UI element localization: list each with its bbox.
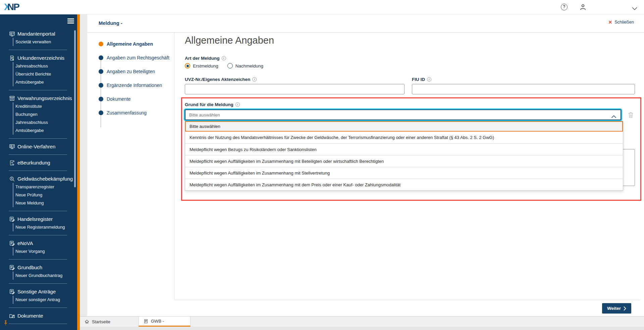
sidebar-scrollbar[interactable] xyxy=(74,30,76,187)
wizard-step-ergänzende-informationen[interactable]: Ergänzende Informationen xyxy=(87,81,174,89)
chevron-down-icon[interactable] xyxy=(632,6,637,9)
sidebar-group-sonstige-anträge[interactable]: Sonstige Anträge xyxy=(0,287,74,296)
sidebar-group-label: Verwahrungsverzeichnis xyxy=(17,95,72,101)
sidebar-group-verwahrungsverzeichnis[interactable]: Verwahrungsverzeichnis xyxy=(0,94,74,102)
sidebar-group-geldwäschebekämpfung[interactable]: $Geldwäschebekämpfung xyxy=(0,175,74,183)
dropdown-option[interactable]: Bitte auswählen xyxy=(185,121,623,132)
info-icon[interactable]: i xyxy=(252,77,257,82)
sidebar-group-mandantenportal[interactable]: Mandantenportal xyxy=(0,30,74,38)
sidebar-group-grundbuch[interactable]: Grundbuch xyxy=(0,263,74,272)
sidebar-group-handelsregister[interactable]: Handelsregister xyxy=(0,215,74,223)
sidebar-item-sozietät-verwalten[interactable]: Sozietät verwalten xyxy=(13,38,74,46)
register-icon xyxy=(9,240,15,246)
panel-title: Meldung - xyxy=(99,20,122,26)
dropdown-option[interactable]: Meldepflicht wegen Auffälligkeiten im Zu… xyxy=(185,167,623,179)
uvz-input[interactable] xyxy=(185,84,405,94)
wizard-step-angaben-zum-rechtsgeschäft[interactable]: Angaben zum Rechtsgeschäft xyxy=(87,54,174,62)
sidebar-group-enova[interactable]: eNoVA xyxy=(0,239,74,247)
wizard-step-dokumente[interactable]: Dokumente xyxy=(87,95,174,103)
sidebar-item-buchungen[interactable]: Buchungen xyxy=(13,110,74,119)
wizard-step-dot xyxy=(99,97,103,101)
sidebar-divider xyxy=(9,171,67,171)
fiu-input[interactable] xyxy=(412,84,635,94)
wizard-step-angaben-zu-beteiligten[interactable]: Angaben zu Beteiligten xyxy=(87,67,174,76)
wizard-step-dot xyxy=(99,42,103,46)
wizard-step-dot xyxy=(99,69,103,74)
id-card-icon xyxy=(9,31,15,37)
user-icon[interactable] xyxy=(579,3,587,11)
radio-unselected-icon[interactable] xyxy=(227,63,233,68)
sidebar-item-übersicht-berichte[interactable]: Übersicht Berichte xyxy=(13,70,74,78)
close-icon: ✕ xyxy=(608,20,612,25)
sidebar-group-online-verfahren[interactable]: Online-Verfahren xyxy=(0,142,74,151)
tab-gwb[interactable]: GWB - xyxy=(139,317,191,327)
logo-np: NP xyxy=(7,2,19,12)
search-money-icon: $ xyxy=(9,176,15,182)
online-icon xyxy=(9,144,15,150)
sidebar-group-label: Online-Verfahren xyxy=(17,144,55,149)
sidebar-group-dokumente[interactable]: Dokumente xyxy=(0,312,74,320)
sidebar-item-amtsübergabe[interactable]: Amtsübergabe xyxy=(13,127,74,135)
wizard-step-label: Angaben zu Beteiligten xyxy=(107,69,155,74)
wizard-step-zusammenfassung[interactable]: Zusammenfassung xyxy=(87,109,174,117)
sidebar-divider xyxy=(9,138,67,139)
sidebar-group-label: eNoVA xyxy=(17,240,33,246)
radio-erstmeldung[interactable]: Erstmeldung xyxy=(185,63,218,68)
home-icon xyxy=(85,319,89,324)
chevron-right-icon xyxy=(624,307,626,311)
wizard-step-dot xyxy=(99,83,103,88)
sidebar-group-ebeurkundung[interactable]: eBeurkundung xyxy=(0,158,74,167)
sidebar-group-label: Mandantenportal xyxy=(17,31,55,37)
sidebar-accent-stripe xyxy=(77,14,80,330)
sidebar-divider xyxy=(9,259,67,260)
wizard-step-label: Zusammenfassung xyxy=(107,110,147,115)
app-root: XNP ? MandantenportalSozietät verwaltenU… xyxy=(0,0,644,330)
wizard-step-allgemeine-angaben[interactable]: Allgemeine Angaben xyxy=(87,40,174,48)
pin-icon[interactable] xyxy=(3,320,9,326)
sidebar-item-neuer-grundbuchantrag[interactable]: Neuer Grundbuchantrag xyxy=(13,272,74,280)
dropdown-option[interactable]: Kenntnis der Nutzung des Mandatsverhältn… xyxy=(185,132,623,143)
info-icon[interactable]: i xyxy=(235,102,240,107)
dropdown-option[interactable]: Meldepflicht wegen Auffälligkeiten im Zu… xyxy=(185,179,623,190)
sidebar-group-label: eBeurkundung xyxy=(17,160,50,166)
help-icon[interactable]: ? xyxy=(561,4,568,10)
sidebar-item-transparenzregister[interactable]: Transparenzregister xyxy=(13,183,74,191)
close-button[interactable]: ✕ Schließen xyxy=(608,19,634,25)
info-icon[interactable]: i xyxy=(427,77,431,82)
dropdown-option[interactable]: Meldepflicht wegen Bezugs zu Risikolände… xyxy=(185,143,623,155)
form-title: Allgemeine Angaben xyxy=(185,35,274,46)
uvz-label: UVZ-Nr./Eigenes Aktenzeicheni xyxy=(185,77,257,82)
sidebar-item-amtsübergabe[interactable]: Amtsübergabe xyxy=(13,78,74,86)
sidebar-item-jahresabschluss[interactable]: Jahresabschluss xyxy=(13,62,74,70)
radio-label: Nachmeldung xyxy=(235,63,263,68)
sidebar-divider xyxy=(9,90,67,90)
radio-nachmeldung[interactable]: Nachmeldung xyxy=(227,63,263,68)
radio-selected-icon[interactable] xyxy=(185,63,190,68)
sidebar-item-kreditinstitute[interactable]: Kreditinstitute xyxy=(13,102,74,110)
sidebar-item-neue-registeranmeldung[interactable]: Neue Registeranmeldung xyxy=(13,223,74,231)
archive-icon xyxy=(9,95,15,101)
sidebar-group-urkundenverzeichnis[interactable]: Urkundenverzeichnis xyxy=(0,54,74,62)
trash-icon[interactable] xyxy=(628,112,634,118)
register-icon xyxy=(9,289,15,295)
menu-toggle-icon[interactable] xyxy=(67,18,74,25)
sidebar-group-label: Grundbuch xyxy=(17,265,42,270)
info-icon[interactable]: i xyxy=(222,56,226,60)
weiter-button[interactable]: Weiter xyxy=(602,303,631,314)
sidebar-item-neuer-sonstiger-antrag[interactable]: Neuer sonstiger Antrag xyxy=(13,296,74,304)
dropdown-option[interactable]: Meldepflicht wegen Auffälligkeiten im Zu… xyxy=(185,155,623,167)
grund-combobox[interactable]: Bitte auswählen xyxy=(185,109,621,120)
chevron-up-icon[interactable] xyxy=(611,113,616,116)
wizard-step-label: Allgemeine Angaben xyxy=(107,41,153,47)
bottom-tab-bar: StartseiteGWB - xyxy=(80,316,644,330)
sidebar-item-neuer-vorgang[interactable]: Neuer Vorgang xyxy=(13,247,74,255)
sidebar-item-neue-meldung[interactable]: Neue Meldung xyxy=(13,199,74,207)
app-logo[interactable]: XNP xyxy=(4,2,19,12)
folder-pen-icon xyxy=(9,313,15,319)
sidebar-item-jahresabschluss[interactable]: Jahresabschluss xyxy=(13,119,74,127)
sidebar-item-neue-prüfung[interactable]: Neue Prüfung xyxy=(13,191,74,199)
fiu-label: FIU IDi xyxy=(412,77,431,82)
sidebar-group-label: Handelsregister xyxy=(17,216,53,222)
sidebar-divider xyxy=(9,308,67,308)
tab-startseite[interactable]: Startseite xyxy=(80,317,139,327)
